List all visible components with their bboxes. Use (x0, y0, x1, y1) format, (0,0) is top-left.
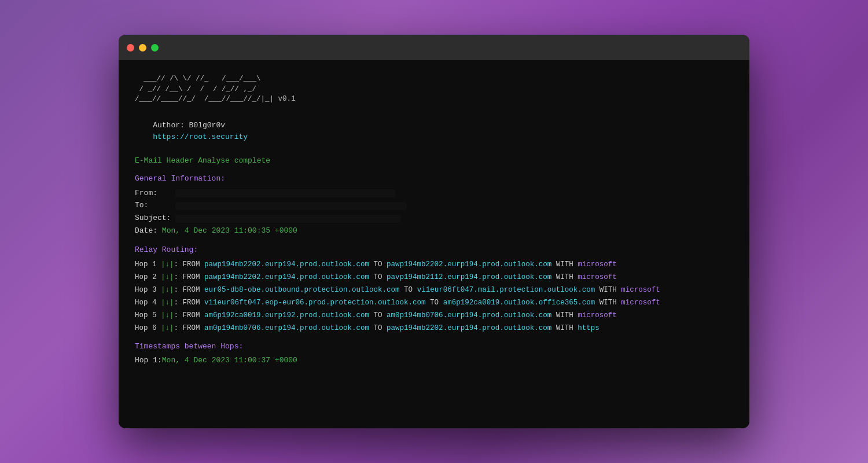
hop-6-num: Hop 6 (135, 324, 161, 332)
hop-3-protocol: microsoft (621, 286, 660, 294)
hop-4-from-addr: vi1eur06ft047.eop-eur06.prod.protection.… (204, 299, 426, 307)
hop-4-num: Hop 4 (135, 299, 161, 307)
hop-6-from: : FROM (174, 324, 205, 332)
hop-1-to-addr: pawp194mb2202.eurp194.prod.outlook.com (387, 260, 551, 269)
from-line: From: (135, 188, 733, 200)
timestamps-hop1-label: Hop 1: (135, 356, 162, 365)
hop-6: Hop 6 |↓|: FROM am0p194mb0706.eurp194.pr… (135, 322, 733, 334)
hop-5-num: Hop 5 (135, 311, 161, 319)
hop-3-num: Hop 3 (135, 286, 161, 294)
hop-6-protocol: https (578, 324, 599, 332)
author-name: Author: B0lg0r0v (135, 120, 733, 132)
hop-6-from-addr: am0p194mb0706.eurp194.prod.outlook.com (204, 324, 369, 332)
from-label: From: (135, 188, 175, 200)
general-info-title: General Information: (135, 173, 733, 185)
hop-6-to-word: TO (369, 324, 387, 332)
subject-value-redacted (175, 215, 401, 223)
timestamps-hop1: Hop 1:Mon, 4 Dec 2023 11:00:37 +0000 (135, 355, 733, 367)
terminal-window: ___// /\ \/ //_ /___/___\ / _// /__\ / /… (119, 35, 749, 428)
relay-routing-title: Relay Routing: (135, 244, 733, 256)
to-line: To: (135, 200, 733, 212)
hop-2-to-addr: pavp194mb2112.eurp194.prod.outlook.com (387, 273, 551, 281)
close-button[interactable] (127, 44, 134, 52)
ascii-art: ___// /\ \/ //_ /___/___\ / _// /__\ / /… (135, 74, 733, 105)
timestamps-title: Timestamps between Hops: (135, 341, 733, 353)
hop-1-protocol: microsoft (578, 260, 617, 269)
hop-3: Hop 3 |↓|: FROM eur05-db8-obe.outbound.p… (135, 284, 733, 296)
to-label: To: (135, 200, 175, 212)
author-url: https://root.security (135, 131, 733, 144)
hop-2-num: Hop 2 (135, 273, 161, 281)
minimize-button[interactable] (139, 44, 146, 52)
subject-label: Subject: (135, 212, 175, 225)
titlebar (119, 35, 749, 60)
hop-1-from: : FROM (174, 260, 205, 269)
analyse-status: E-Mail Header Analyse complete (135, 155, 733, 167)
hop-2-protocol: microsoft (578, 273, 617, 281)
hop-2-with: WITH (551, 273, 578, 281)
hop-3-from-addr: eur05-db8-obe.outbound.protection.outloo… (204, 286, 400, 294)
hop-5-from-addr: am6p192ca0019.eurp192.prod.outlook.com (204, 311, 369, 319)
hop-4-to-word: TO (426, 299, 443, 307)
date-line: Date: Mon, 4 Dec 2023 11:00:35 +0000 (135, 225, 733, 237)
hop-6-arrow: |↓| (161, 324, 174, 332)
hop-1-num: Hop 1 (135, 260, 161, 269)
hop-2: Hop 2 |↓|: FROM pawp194mb2202.eurp194.pr… (135, 271, 733, 283)
hop-4-from: : FROM (174, 299, 205, 307)
hop-3-arrow: |↓| (161, 286, 174, 294)
hop-3-to-addr: vi1eur06ft047.mail.protection.outlook.co… (417, 286, 595, 294)
traffic-lights (127, 44, 159, 52)
date-label: Date: (135, 226, 157, 235)
hop-4: Hop 4 |↓|: FROM vi1eur06ft047.eop-eur06.… (135, 297, 733, 308)
hop-5-to-addr: am0p194mb0706.eurp194.prod.outlook.com (387, 311, 551, 319)
hop-1-from-addr: pawp194mb2202.eurp194.prod.outlook.com (204, 260, 369, 269)
hop-1: Hop 1 |↓|: FROM pawp194mb2202.eurp194.pr… (135, 259, 733, 270)
hop-6-to-addr: pawp194mb2202.eurp194.prod.outlook.com (387, 324, 551, 332)
hop-6-with: WITH (551, 324, 578, 332)
hop-4-with: WITH (595, 299, 621, 307)
hop-5-to-word: TO (369, 311, 387, 319)
hop-5-arrow: |↓| (161, 311, 174, 319)
hop-1-to-word: TO (369, 260, 387, 269)
date-value: Mon, 4 Dec 2023 11:00:35 +0000 (162, 226, 297, 235)
hop-3-from: : FROM (174, 286, 205, 294)
timestamps-hop1-value: Mon, 4 Dec 2023 11:00:37 +0000 (162, 356, 297, 365)
hop-3-with: WITH (595, 286, 621, 294)
hop-2-to-word: TO (369, 273, 387, 281)
terminal-body: ___// /\ \/ //_ /___/___\ / _// /__\ / /… (119, 60, 749, 428)
hop-3-to-word: TO (400, 286, 417, 294)
hop-4-to-addr: am6p192ca0019.outlook.office365.com (443, 299, 595, 307)
hop-1-arrow: |↓| (161, 260, 174, 269)
hop-5: Hop 5 |↓|: FROM am6p192ca0019.eurp192.pr… (135, 310, 733, 321)
hop-5-protocol: microsoft (578, 311, 617, 319)
subject-line: Subject: (135, 212, 733, 225)
hop-5-from: : FROM (174, 311, 205, 319)
hop-2-from-addr: pawp194mb2202.eurp194.prod.outlook.com (204, 273, 369, 281)
hop-2-from: : FROM (174, 273, 205, 281)
hop-4-arrow: |↓| (161, 299, 174, 307)
hop-2-arrow: |↓| (161, 273, 174, 281)
hop-5-with: WITH (551, 311, 578, 319)
maximize-button[interactable] (151, 44, 159, 52)
to-value-redacted (175, 202, 407, 210)
hop-1-with: WITH (551, 260, 578, 269)
from-value-redacted (175, 189, 395, 197)
hop-4-protocol: microsoft (621, 299, 660, 307)
